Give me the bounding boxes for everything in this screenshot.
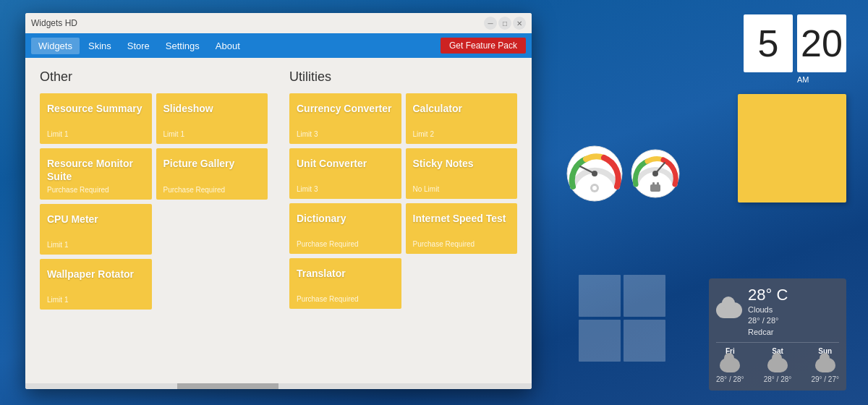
menu-settings[interactable]: Settings	[158, 38, 207, 54]
clock-minute: 20	[797, 14, 846, 72]
widget-cpu-meter[interactable]: CPU Meter Limit 1	[40, 204, 152, 255]
widget-translator[interactable]: Translator Purchase Required	[289, 258, 401, 309]
app-window: Widgets HD ─ □ ✕ Widgets Skins Store Set…	[25, 13, 532, 389]
other-section-title: Other	[40, 69, 268, 85]
scrollbar-thumb[interactable]	[177, 383, 278, 389]
close-button[interactable]: ✕	[513, 17, 526, 30]
forecast-fri-icon	[720, 358, 740, 372]
svg-rect-8	[650, 184, 660, 192]
app-title: Widgets HD	[31, 18, 77, 28]
menu-bar: Widgets Skins Store Settings About Get F…	[25, 33, 532, 58]
title-bar: Widgets HD ─ □ ✕	[25, 13, 532, 33]
widget-calculator[interactable]: Calculator Limit 2	[406, 93, 518, 144]
svg-point-4	[592, 186, 597, 190]
widget-slideshow[interactable]: Slideshow Limit 1	[156, 93, 268, 144]
feature-pack-button[interactable]: Get Feature Pack	[441, 38, 526, 54]
utilities-widget-grid: Currency Converter Limit 3 Calculator Li…	[289, 93, 517, 309]
svg-rect-9	[652, 182, 655, 186]
forecast-fri: Fri 28° / 28°	[716, 347, 744, 383]
widget-picture-gallery[interactable]: Picture Gallery Purchase Required	[156, 148, 268, 200]
gauge-widget	[564, 130, 694, 217]
content-area: Other Resource Summary Limit 1 Slideshow…	[25, 58, 532, 383]
widget-internet-speed-test[interactable]: Internet Speed Test Purchase Required	[406, 203, 518, 254]
clock-period: AM	[797, 75, 809, 84]
gauge-right	[629, 147, 683, 201]
clock-hour: 5	[744, 14, 793, 72]
utilities-section: Utilities Currency Converter Limit 3 Cal…	[289, 69, 517, 372]
utilities-section-title: Utilities	[289, 69, 517, 85]
svg-point-7	[652, 171, 658, 176]
svg-rect-10	[657, 182, 659, 186]
widget-resource-summary[interactable]: Resource Summary Limit 1	[40, 93, 152, 144]
menu-about[interactable]: About	[208, 38, 247, 54]
windows-logo	[579, 275, 665, 362]
weather-temperature: 28° C	[748, 286, 788, 304]
menu-widgets[interactable]: Widgets	[31, 38, 80, 54]
other-section: Other Resource Summary Limit 1 Slideshow…	[40, 69, 268, 372]
window-controls: ─ □ ✕	[484, 17, 526, 30]
other-widget-grid: Resource Summary Limit 1 Slideshow Limit…	[40, 93, 268, 310]
minimize-button[interactable]: ─	[484, 17, 497, 30]
weather-icon	[716, 302, 742, 318]
weather-widget: 28° C Clouds 28° / 28° Redcar Fri 28° / …	[709, 278, 846, 391]
widget-wallpaper-rotator[interactable]: Wallpaper Rotator Limit 1	[40, 259, 152, 310]
maximize-button[interactable]: □	[498, 17, 511, 30]
window-scrollbar[interactable]	[25, 383, 532, 389]
widget-sticky-notes[interactable]: Sticky Notes No Limit	[406, 148, 518, 199]
forecast-sat: Sat 28° / 28°	[764, 347, 792, 383]
gauge-left	[564, 143, 626, 205]
menu-store[interactable]: Store	[120, 38, 157, 54]
forecast-sun-icon	[815, 358, 835, 372]
clock-widget: 5 20 AM	[744, 14, 846, 84]
widget-currency-converter[interactable]: Currency Converter Limit 3	[289, 93, 401, 144]
widget-dictionary[interactable]: Dictionary Purchase Required	[289, 203, 401, 254]
forecast-sat-icon	[767, 358, 788, 372]
widget-resource-monitor[interactable]: Resource Monitor Suite Purchase Required	[40, 148, 152, 200]
svg-point-2	[592, 171, 597, 176]
weather-description: Clouds 28° / 28° Redcar	[748, 304, 788, 338]
widget-unit-converter[interactable]: Unit Converter Limit 3	[289, 148, 401, 199]
forecast-sun: Sun 29° / 27°	[811, 347, 839, 383]
menu-skins[interactable]: Skins	[81, 38, 119, 54]
sticky-note-widget[interactable]	[738, 94, 846, 202]
weather-forecast: Fri 28° / 28° Sat 28° / 28° Sun 29° / 27…	[716, 342, 839, 383]
